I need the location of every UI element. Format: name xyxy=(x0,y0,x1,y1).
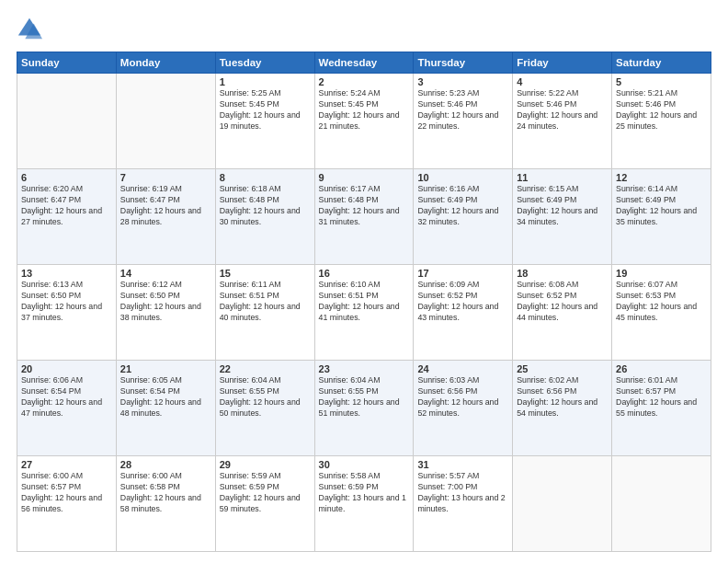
calendar-cell: 6Sunrise: 6:20 AM Sunset: 6:47 PM Daylig… xyxy=(17,169,117,265)
logo-icon xyxy=(17,17,42,42)
day-info: Sunrise: 6:00 AM Sunset: 6:57 PM Dayligh… xyxy=(21,471,112,515)
day-info: Sunrise: 6:08 AM Sunset: 6:52 PM Dayligh… xyxy=(517,280,608,324)
day-number: 26 xyxy=(616,363,707,374)
calendar-cell: 24Sunrise: 6:03 AM Sunset: 6:56 PM Dayli… xyxy=(414,361,513,456)
calendar-cell xyxy=(612,456,711,552)
day-info: Sunrise: 6:07 AM Sunset: 6:53 PM Dayligh… xyxy=(616,280,707,324)
calendar-cell: 20Sunrise: 6:06 AM Sunset: 6:54 PM Dayli… xyxy=(17,361,117,456)
calendar-week-row: 6Sunrise: 6:20 AM Sunset: 6:47 PM Daylig… xyxy=(17,169,711,265)
calendar-week-row: 13Sunrise: 6:13 AM Sunset: 6:50 PM Dayli… xyxy=(17,265,711,361)
calendar-cell: 19Sunrise: 6:07 AM Sunset: 6:53 PM Dayli… xyxy=(612,265,711,361)
day-number: 16 xyxy=(319,268,410,279)
day-number: 7 xyxy=(120,172,211,183)
day-number: 13 xyxy=(21,268,112,279)
day-number: 15 xyxy=(220,268,311,279)
day-info: Sunrise: 5:57 AM Sunset: 7:00 PM Dayligh… xyxy=(417,471,508,515)
day-info: Sunrise: 6:04 AM Sunset: 6:55 PM Dayligh… xyxy=(319,375,410,419)
day-number: 14 xyxy=(120,268,211,279)
day-number: 31 xyxy=(417,459,508,470)
day-info: Sunrise: 6:03 AM Sunset: 6:56 PM Dayligh… xyxy=(417,375,508,419)
calendar-cell: 5Sunrise: 5:21 AM Sunset: 5:46 PM Daylig… xyxy=(612,74,711,169)
day-info: Sunrise: 6:09 AM Sunset: 6:52 PM Dayligh… xyxy=(417,280,508,324)
calendar-cell: 21Sunrise: 6:05 AM Sunset: 6:54 PM Dayli… xyxy=(116,361,215,456)
calendar-cell: 1Sunrise: 5:25 AM Sunset: 5:45 PM Daylig… xyxy=(215,74,314,169)
calendar-cell: 11Sunrise: 6:15 AM Sunset: 6:49 PM Dayli… xyxy=(513,169,612,265)
calendar-cell: 22Sunrise: 6:04 AM Sunset: 6:55 PM Dayli… xyxy=(215,361,314,456)
day-number: 2 xyxy=(319,76,410,87)
weekday-header-sunday: Sunday xyxy=(17,52,117,74)
day-info: Sunrise: 6:20 AM Sunset: 6:47 PM Dayligh… xyxy=(21,184,112,228)
calendar-cell: 4Sunrise: 5:22 AM Sunset: 5:46 PM Daylig… xyxy=(513,74,612,169)
day-info: Sunrise: 6:16 AM Sunset: 6:49 PM Dayligh… xyxy=(417,184,508,228)
day-info: Sunrise: 5:22 AM Sunset: 5:46 PM Dayligh… xyxy=(517,88,608,132)
day-number: 3 xyxy=(417,76,508,87)
day-info: Sunrise: 6:00 AM Sunset: 6:58 PM Dayligh… xyxy=(120,471,211,515)
day-number: 4 xyxy=(517,76,608,87)
calendar-cell: 30Sunrise: 5:58 AM Sunset: 6:59 PM Dayli… xyxy=(314,456,414,552)
day-number: 9 xyxy=(319,172,410,183)
calendar-cell: 26Sunrise: 6:01 AM Sunset: 6:57 PM Dayli… xyxy=(612,361,711,456)
calendar-table: SundayMondayTuesdayWednesdayThursdayFrid… xyxy=(17,52,711,552)
day-info: Sunrise: 6:17 AM Sunset: 6:48 PM Dayligh… xyxy=(319,184,410,228)
calendar-cell: 8Sunrise: 6:18 AM Sunset: 6:48 PM Daylig… xyxy=(215,169,314,265)
day-info: Sunrise: 6:14 AM Sunset: 6:49 PM Dayligh… xyxy=(616,184,707,228)
day-number: 28 xyxy=(120,459,211,470)
calendar-cell: 28Sunrise: 6:00 AM Sunset: 6:58 PM Dayli… xyxy=(116,456,215,552)
calendar-week-row: 20Sunrise: 6:06 AM Sunset: 6:54 PM Dayli… xyxy=(17,361,711,456)
day-number: 11 xyxy=(517,172,608,183)
day-number: 19 xyxy=(616,268,707,279)
weekday-header-wednesday: Wednesday xyxy=(314,52,414,74)
calendar-cell: 12Sunrise: 6:14 AM Sunset: 6:49 PM Dayli… xyxy=(612,169,711,265)
day-info: Sunrise: 6:01 AM Sunset: 6:57 PM Dayligh… xyxy=(616,375,707,419)
calendar-week-row: 1Sunrise: 5:25 AM Sunset: 5:45 PM Daylig… xyxy=(17,74,711,169)
weekday-header-tuesday: Tuesday xyxy=(215,52,314,74)
calendar-cell: 23Sunrise: 6:04 AM Sunset: 6:55 PM Dayli… xyxy=(314,361,414,456)
calendar-cell: 16Sunrise: 6:10 AM Sunset: 6:51 PM Dayli… xyxy=(314,265,414,361)
calendar-cell: 17Sunrise: 6:09 AM Sunset: 6:52 PM Dayli… xyxy=(414,265,513,361)
day-info: Sunrise: 6:05 AM Sunset: 6:54 PM Dayligh… xyxy=(120,375,211,419)
calendar-cell: 7Sunrise: 6:19 AM Sunset: 6:47 PM Daylig… xyxy=(116,169,215,265)
day-info: Sunrise: 5:21 AM Sunset: 5:46 PM Dayligh… xyxy=(616,88,707,132)
calendar-cell: 10Sunrise: 6:16 AM Sunset: 6:49 PM Dayli… xyxy=(414,169,513,265)
day-number: 22 xyxy=(220,363,311,374)
calendar-cell: 27Sunrise: 6:00 AM Sunset: 6:57 PM Dayli… xyxy=(17,456,117,552)
day-info: Sunrise: 6:19 AM Sunset: 6:47 PM Dayligh… xyxy=(120,184,211,228)
day-number: 25 xyxy=(517,363,608,374)
day-number: 5 xyxy=(616,76,707,87)
weekday-header-row: SundayMondayTuesdayWednesdayThursdayFrid… xyxy=(17,52,711,74)
day-number: 6 xyxy=(21,172,112,183)
weekday-header-saturday: Saturday xyxy=(612,52,711,74)
day-info: Sunrise: 5:24 AM Sunset: 5:45 PM Dayligh… xyxy=(319,88,410,132)
calendar-cell xyxy=(513,456,612,552)
day-number: 12 xyxy=(616,172,707,183)
day-info: Sunrise: 6:06 AM Sunset: 6:54 PM Dayligh… xyxy=(21,375,112,419)
weekday-header-thursday: Thursday xyxy=(414,52,513,74)
calendar-cell: 18Sunrise: 6:08 AM Sunset: 6:52 PM Dayli… xyxy=(513,265,612,361)
day-info: Sunrise: 5:59 AM Sunset: 6:59 PM Dayligh… xyxy=(220,471,311,515)
day-info: Sunrise: 6:13 AM Sunset: 6:50 PM Dayligh… xyxy=(21,280,112,324)
day-info: Sunrise: 6:11 AM Sunset: 6:51 PM Dayligh… xyxy=(220,280,311,324)
day-number: 10 xyxy=(417,172,508,183)
day-info: Sunrise: 6:04 AM Sunset: 6:55 PM Dayligh… xyxy=(220,375,311,419)
day-number: 17 xyxy=(417,268,508,279)
day-info: Sunrise: 6:15 AM Sunset: 6:49 PM Dayligh… xyxy=(517,184,608,228)
calendar-cell: 9Sunrise: 6:17 AM Sunset: 6:48 PM Daylig… xyxy=(314,169,414,265)
day-number: 27 xyxy=(21,459,112,470)
day-number: 18 xyxy=(517,268,608,279)
weekday-header-monday: Monday xyxy=(116,52,215,74)
day-number: 1 xyxy=(220,76,311,87)
day-info: Sunrise: 5:25 AM Sunset: 5:45 PM Dayligh… xyxy=(220,88,311,132)
logo xyxy=(17,17,46,42)
day-info: Sunrise: 5:23 AM Sunset: 5:46 PM Dayligh… xyxy=(417,88,508,132)
calendar-cell: 14Sunrise: 6:12 AM Sunset: 6:50 PM Dayli… xyxy=(116,265,215,361)
calendar-cell: 29Sunrise: 5:59 AM Sunset: 6:59 PM Dayli… xyxy=(215,456,314,552)
day-info: Sunrise: 6:12 AM Sunset: 6:50 PM Dayligh… xyxy=(120,280,211,324)
day-number: 8 xyxy=(220,172,311,183)
day-info: Sunrise: 6:18 AM Sunset: 6:48 PM Dayligh… xyxy=(220,184,311,228)
day-info: Sunrise: 5:58 AM Sunset: 6:59 PM Dayligh… xyxy=(319,471,410,515)
calendar-cell: 15Sunrise: 6:11 AM Sunset: 6:51 PM Dayli… xyxy=(215,265,314,361)
calendar-cell xyxy=(17,74,117,169)
calendar-cell xyxy=(116,74,215,169)
calendar-cell: 2Sunrise: 5:24 AM Sunset: 5:45 PM Daylig… xyxy=(314,74,414,169)
calendar-cell: 3Sunrise: 5:23 AM Sunset: 5:46 PM Daylig… xyxy=(414,74,513,169)
